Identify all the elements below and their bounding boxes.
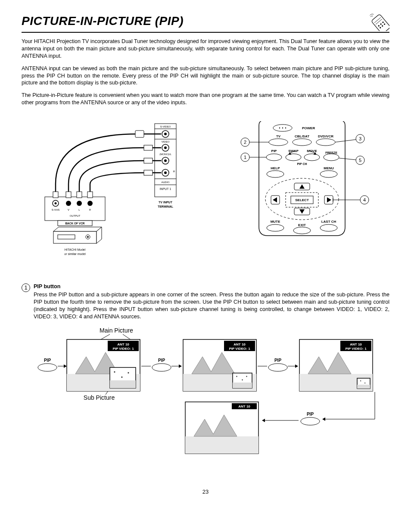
svg-text:S-VHS: S-VHS (51, 208, 59, 211)
svg-point-81 (267, 171, 284, 177)
svg-text:PIP CH: PIP CH (297, 162, 307, 165)
intro-para-2: ANTENNA input can be viewed as both the … (22, 65, 389, 87)
svg-text:R: R (89, 208, 91, 211)
svg-point-77 (324, 154, 339, 161)
svg-text:PIP VIDEO: 1: PIP VIDEO: 1 (112, 347, 134, 351)
svg-marker-148 (179, 364, 182, 368)
svg-rect-54 (58, 235, 75, 239)
svg-text:✦: ✦ (127, 371, 130, 374)
svg-text:CBL/SAT: CBL/SAT (294, 134, 309, 138)
remote-control-icon (369, 13, 389, 31)
svg-text:VIDEO: VIDEO (161, 140, 169, 143)
svg-text:MUTE: MUTE (270, 220, 280, 224)
svg-rect-50 (87, 192, 93, 198)
svg-point-98 (267, 224, 284, 231)
page-title: PICTURE-IN-PICTURE (PIP) (22, 13, 184, 29)
section-pip-button: 1 PIP button Press the PIP button and a … (22, 283, 389, 320)
diagram-row: S-VIDEO VIDEO (MONO)/L R AUDIO INPUT 1 T… (22, 119, 389, 266)
svg-point-74 (266, 154, 282, 161)
svg-point-62 (285, 128, 286, 128)
svg-text:INPUT 1: INPUT 1 (159, 187, 171, 190)
header-row: PICTURE-IN-PICTURE (PIP) (22, 13, 389, 33)
section-title: PIP button (34, 283, 389, 290)
svg-rect-33 (135, 131, 144, 137)
svg-text:✦: ✦ (241, 379, 243, 381)
svg-point-56 (87, 236, 89, 238)
svg-text:PIP: PIP (274, 358, 281, 363)
svg-text:HELP: HELP (271, 166, 280, 170)
svg-text:DVD/VCR: DVD/VCR (318, 134, 333, 138)
svg-rect-32 (144, 170, 153, 175)
intro-para-3: The Picture-in-Picture feature is conven… (22, 92, 389, 106)
svg-text:✦: ✦ (236, 375, 238, 378)
svg-rect-156 (233, 383, 252, 388)
callout-number-1: 1 (22, 283, 30, 292)
svg-text:Sub Picture: Sub Picture (84, 394, 115, 401)
svg-text:PIP VIDEO: 1: PIP VIDEO: 1 (229, 347, 250, 351)
svg-point-20 (164, 159, 167, 162)
intro-para-1: Your HITACHI Projection TV incorporates … (22, 38, 389, 60)
svg-text:2: 2 (243, 140, 246, 145)
svg-point-76 (304, 154, 320, 161)
svg-text:PIP: PIP (307, 412, 314, 417)
svg-marker-52 (53, 227, 102, 231)
svg-marker-181 (262, 419, 265, 422)
svg-point-69 (316, 139, 335, 146)
svg-rect-48 (66, 192, 71, 198)
svg-marker-164 (295, 364, 298, 368)
svg-point-162 (268, 364, 287, 371)
vcr-connection-diagram: S-VIDEO VIDEO (MONO)/L R AUDIO INPUT 1 T… (22, 119, 197, 266)
svg-text:TV INPUT: TV INPUT (159, 201, 173, 204)
svg-point-60 (279, 128, 280, 128)
svg-text:1: 1 (243, 155, 246, 160)
svg-point-75 (286, 154, 301, 161)
svg-text:TV: TV (276, 134, 280, 138)
svg-rect-0 (371, 14, 389, 31)
svg-text:3: 3 (358, 136, 361, 141)
svg-text:ANT   10: ANT 10 (238, 404, 250, 408)
svg-point-68 (293, 139, 311, 146)
pip-sequence-diagram: Main Picture Sub Picture ANT 10 PIP VIDE… (22, 327, 389, 467)
svg-point-37 (66, 201, 71, 206)
remote-control-diagram: POWER TV CBL/SAT DVD/VCR PIP SWAP MOVE F… (214, 119, 389, 240)
svg-text:SELECT: SELECT (295, 198, 309, 202)
svg-text:MOVE: MOVE (307, 149, 317, 153)
svg-text:5: 5 (358, 158, 361, 163)
svg-point-67 (269, 139, 288, 146)
svg-text:PIP: PIP (158, 358, 165, 363)
svg-text:ANT   10: ANT 10 (234, 342, 246, 346)
svg-text:✦: ✦ (246, 375, 248, 378)
svg-text:ANT   10: ANT 10 (350, 342, 362, 346)
svg-text:PIP: PIP (271, 149, 277, 153)
svg-text:or similar model: or similar model (64, 252, 86, 255)
svg-text:✦: ✦ (360, 380, 361, 382)
svg-point-36 (54, 202, 56, 205)
svg-text:HITACHI Model: HITACHI Model (64, 248, 85, 251)
section-description: Press the PIP button and a sub-picture a… (34, 291, 389, 320)
svg-text:LAST CH: LAST CH (321, 220, 336, 224)
svg-text:BACK OF VCR: BACK OF VCR (65, 222, 84, 225)
svg-point-13 (164, 133, 167, 135)
svg-point-146 (152, 364, 171, 371)
svg-rect-49 (77, 192, 82, 198)
svg-text:✦: ✦ (364, 382, 366, 384)
svg-rect-30 (144, 145, 153, 150)
svg-text:AUDIO: AUDIO (161, 181, 169, 184)
svg-point-39 (87, 201, 93, 206)
svg-marker-177 (322, 417, 325, 421)
svg-text:ANT   10: ANT 10 (117, 342, 129, 346)
svg-text:(MONO)/L: (MONO)/L (159, 153, 171, 156)
svg-text:OUTPUT: OUTPUT (69, 215, 80, 217)
svg-text:TERMINAL: TERMINAL (157, 205, 173, 208)
svg-text:PIP: PIP (44, 358, 51, 363)
svg-text:S-VIDEO: S-VIDEO (160, 125, 171, 128)
svg-text:MENU: MENU (324, 166, 334, 170)
svg-text:4: 4 (363, 197, 365, 202)
svg-text:R: R (173, 170, 175, 173)
svg-rect-47 (53, 192, 58, 198)
svg-point-61 (282, 128, 283, 128)
svg-text:✦: ✦ (121, 376, 123, 379)
svg-text:POWER: POWER (302, 126, 315, 130)
svg-point-100 (320, 224, 337, 231)
svg-point-82 (320, 171, 337, 177)
